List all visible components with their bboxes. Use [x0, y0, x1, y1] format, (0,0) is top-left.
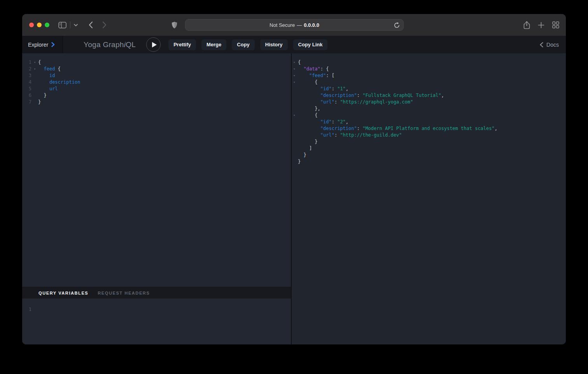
fold-arrow-icon[interactable]: ▾ [292, 79, 298, 86]
reload-icon[interactable] [394, 22, 400, 28]
code-text: { [298, 112, 318, 119]
code-line[interactable]: 1▾{ [22, 59, 291, 66]
fold-arrow-icon[interactable]: ▾ [292, 112, 298, 119]
fold-gutter [292, 152, 298, 158]
code-line[interactable]: 5 url [22, 86, 291, 92]
close-window-button[interactable] [29, 23, 34, 27]
fold-gutter [292, 119, 298, 125]
back-button[interactable] [89, 21, 93, 28]
chevron-right-icon [51, 42, 55, 47]
line-number: 6 [22, 92, 32, 99]
fold-gutter [292, 105, 298, 112]
play-icon [152, 42, 157, 47]
response-pane: ▾{▾ "data": {▾ "feed": [▾ { "id": "1", "… [292, 53, 566, 344]
share-icon[interactable] [523, 21, 530, 29]
url-host: 0.0.0.0 [304, 22, 319, 28]
code-line[interactable]: ▾{ [292, 59, 566, 66]
code-text: } [298, 158, 301, 165]
new-tab-icon[interactable] [538, 22, 544, 28]
fold-arrow-icon[interactable]: ▾ [292, 66, 298, 72]
fold-arrow-icon[interactable]: ▾ [292, 59, 298, 66]
chrome-right-actions [523, 19, 559, 31]
response-viewer[interactable]: ▾{▾ "data": {▾ "feed": [▾ { "id": "1", "… [292, 53, 566, 344]
browser-window: Not Secure — 0.0.0.0 [22, 14, 566, 344]
tab-overview-icon[interactable] [552, 21, 559, 28]
code-line[interactable]: } [292, 152, 566, 158]
docs-label: Docs [546, 42, 559, 48]
code-text: "data": { [298, 66, 329, 72]
line-number: 5 [22, 86, 32, 92]
fold-gutter [292, 139, 298, 145]
code-line[interactable]: "url": "https://graphql-yoga.com" [292, 99, 566, 105]
fold-arrow-icon[interactable]: ▾ [32, 66, 38, 72]
code-line[interactable]: } [292, 158, 566, 165]
code-line[interactable]: 4 description [22, 79, 291, 86]
copy-button[interactable]: Copy [232, 39, 255, 50]
query-pane: 1▾{2▾ feed {3 id4 description5 url6 }7} … [22, 53, 291, 344]
chevron-left-icon [540, 42, 543, 47]
fold-arrow-icon[interactable]: ▾ [32, 59, 38, 66]
code-line[interactable]: ▾ "feed": [ [292, 72, 566, 79]
docs-toggle[interactable]: Docs [540, 42, 559, 48]
fold-gutter [292, 145, 298, 152]
privacy-shield-icon[interactable] [172, 21, 177, 29]
code-text: "url": "https://graphql-yoga.com" [298, 99, 413, 105]
nav-controls [58, 19, 107, 30]
code-line[interactable]: 6 } [22, 92, 291, 99]
minimize-window-button[interactable] [37, 23, 42, 27]
code-line[interactable]: ▾ "data": { [292, 66, 566, 72]
code-text: description [38, 79, 80, 86]
code-text: id [38, 72, 55, 79]
explorer-label: Explorer [28, 42, 48, 48]
merge-button[interactable]: Merge [201, 39, 226, 50]
sidebar-chevron-down-icon[interactable] [74, 24, 78, 26]
code-line[interactable]: 7} [22, 99, 291, 105]
url-separator: — [297, 22, 302, 28]
code-text: ] [298, 145, 312, 152]
code-line[interactable]: } [292, 139, 566, 145]
execute-query-button[interactable] [146, 37, 161, 52]
address-bar[interactable]: Not Secure — 0.0.0.0 [185, 19, 404, 31]
zoom-window-button[interactable] [45, 23, 49, 27]
code-text: } [38, 92, 47, 99]
code-line[interactable]: 3 id [22, 72, 291, 79]
code-line[interactable]: ] [292, 145, 566, 152]
code-text: "description": "Modern API Platform and … [298, 125, 497, 132]
fold-gutter [292, 99, 298, 105]
graphiql-toolbar: Explorer Yoga GraphiQL Prettify Merge Co… [22, 36, 566, 53]
prettify-button[interactable]: Prettify [168, 39, 196, 50]
variables-tab-bar: QUERY VARIABLES REQUEST HEADERS [22, 287, 291, 298]
fold-arrow-icon[interactable]: ▾ [292, 72, 298, 79]
page-title: Yoga GraphiQL [84, 40, 136, 49]
code-line[interactable]: "id": "2", [292, 119, 566, 125]
tab-query-variables[interactable]: QUERY VARIABLES [38, 291, 88, 295]
fold-gutter [292, 132, 298, 139]
forward-button[interactable] [102, 21, 107, 28]
copy-link-button[interactable]: Copy Link [293, 39, 328, 50]
explorer-toggle[interactable]: Explorer [22, 36, 63, 53]
code-line[interactable]: "url": "http://the-guild.dev" [292, 132, 566, 139]
code-line[interactable]: 2▾ feed { [22, 66, 291, 72]
code-text: }, [298, 105, 320, 112]
code-line[interactable]: "description": "Fullstack GraphQL Tutori… [292, 92, 566, 99]
code-line[interactable]: ▾ { [292, 112, 566, 119]
code-line[interactable]: "id": "1", [292, 86, 566, 92]
history-button[interactable]: History [260, 39, 288, 50]
code-line[interactable]: }, [292, 105, 566, 112]
code-text: "feed": [ [298, 72, 334, 79]
code-text: } [298, 139, 318, 145]
code-text: } [298, 152, 306, 158]
code-line[interactable]: "description": "Modern API Platform and … [292, 125, 566, 132]
code-line[interactable]: 1 [22, 306, 291, 313]
query-editor[interactable]: 1▾{2▾ feed {3 id4 description5 url6 }7} [22, 53, 291, 287]
line-number: 3 [22, 72, 32, 79]
fold-gutter [32, 92, 38, 99]
code-line[interactable]: ▾ { [292, 79, 566, 86]
variables-editor[interactable]: 1 [22, 298, 291, 344]
code-text: } [38, 99, 41, 105]
sidebar-toggle-icon[interactable] [58, 22, 66, 28]
tab-request-headers[interactable]: REQUEST HEADERS [98, 291, 150, 295]
toolbar-buttons: Prettify Merge Copy History Copy Link [168, 39, 327, 50]
fold-gutter [292, 125, 298, 132]
code-text: { [298, 59, 301, 66]
